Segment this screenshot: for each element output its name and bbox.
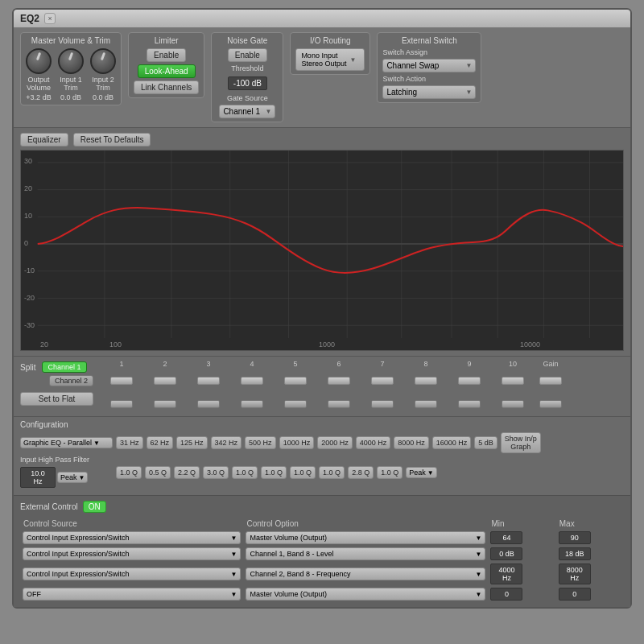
fader-1-ch1[interactable] — [110, 377, 133, 385]
q-10-button[interactable]: 1.0 Q — [377, 466, 402, 479]
input1-trim-knob[interactable] — [58, 48, 84, 74]
switch-assign-select[interactable]: Channel Swap ▼ — [382, 59, 476, 72]
fader-9-ch1[interactable] — [458, 377, 481, 385]
q-7-button[interactable]: 1.0 Q — [290, 466, 316, 479]
freq-8000hz-button[interactable]: 8000 Hz — [394, 436, 429, 449]
fader-8-ch1[interactable] — [415, 377, 437, 385]
output-volume-knob-container: OutputVolume +3.2 dB — [26, 48, 52, 101]
last-q-type-select[interactable]: Peak ▼ — [406, 467, 436, 478]
ext-switch-title: External Switch — [382, 36, 476, 45]
gate-source-select[interactable]: Channel 1 ▼ — [219, 105, 275, 118]
ctrl-option-value-1: Channel 1, Band 8 - Level — [250, 550, 333, 558]
input2-trim-knob[interactable] — [90, 48, 116, 74]
fader-10-ch2[interactable] — [502, 400, 524, 408]
fader-2-ch2[interactable] — [154, 400, 176, 408]
fader-6-ch2[interactable] — [328, 400, 350, 408]
freq-2000hz-button[interactable]: 2000 Hz — [317, 436, 353, 449]
freq-5db-button[interactable]: 5 dB — [474, 436, 497, 449]
reset-defaults-button[interactable]: Reset To Defaults — [73, 133, 151, 147]
ctrl-min-2[interactable]: 4000 Hz — [490, 564, 522, 584]
ctrl-source-select-1[interactable]: Control Input Expression/Switch ▼ — [23, 547, 241, 560]
ctrl-option-select-1[interactable]: Channel 1, Band 8 - Level ▼ — [246, 547, 485, 560]
fader-4-ch1[interactable] — [241, 377, 263, 385]
close-button[interactable]: × — [44, 13, 56, 24]
fader-gain-ch2[interactable] — [539, 400, 562, 408]
fader-10-ch1[interactable] — [502, 377, 524, 385]
equalizer-section: Equalizer Reset To Defaults 30 20 10 0 -… — [14, 128, 630, 356]
ctrl-min-1[interactable]: 0 dB — [490, 547, 522, 560]
ctrl-max-1[interactable]: 18 dB — [559, 547, 591, 560]
fader-5-ch1[interactable] — [284, 377, 307, 385]
ctrl-row-1: Control Input Expression/Switch ▼ Channe… — [20, 546, 624, 562]
limiter-enable-button[interactable]: Enable — [147, 48, 186, 62]
noise-gate-enable-button[interactable]: Enable — [228, 48, 267, 62]
equalizer-button[interactable]: Equalizer — [20, 133, 68, 147]
lookahead-button[interactable]: Look-Ahead — [138, 64, 196, 78]
ctrl-option-select-2[interactable]: Channel 2, Band 8 - Frequency ▼ — [246, 568, 485, 580]
q-1-button[interactable]: 1.0 Q — [116, 466, 142, 479]
io-routing-select[interactable]: Mono Input Stereo Output ▼ — [295, 48, 365, 71]
freq-342hz-button[interactable]: 342 Hz — [211, 436, 242, 449]
output-volume-knob[interactable] — [26, 48, 52, 74]
fader-2-ch1[interactable] — [154, 377, 176, 385]
input2-trim-value: 0.0 dB — [93, 93, 114, 101]
switch-action-select[interactable]: Latching ▼ — [382, 85, 476, 99]
fader-6-ch1[interactable] — [328, 377, 350, 385]
fader-4-ch2[interactable] — [241, 400, 263, 408]
ctrl-max-2[interactable]: 8000 Hz — [559, 564, 591, 584]
ctrl-option-arrow-icon-0: ▼ — [476, 535, 482, 542]
fader-col-label-3: 3 — [187, 360, 230, 368]
q-5-button[interactable]: 1.0 Q — [232, 466, 258, 479]
ctrl-row-2: Control Input Expression/Switch ▼ Channe… — [20, 562, 624, 586]
fader-gain-ch1[interactable] — [539, 377, 562, 385]
th-control-option: Control Option — [243, 518, 488, 530]
ctrl-source-select-3[interactable]: OFF ▼ — [23, 588, 241, 601]
q-4-button[interactable]: 3.0 Q — [203, 466, 229, 479]
ctrl-option-select-3[interactable]: Master Volume (Output) ▼ — [246, 588, 485, 601]
channel1-button[interactable]: Channel 1 — [42, 361, 86, 373]
fader-3-ch2[interactable] — [197, 400, 220, 408]
fader-8-ch2[interactable] — [415, 400, 437, 408]
fader-7-ch1[interactable] — [371, 377, 394, 385]
eq-graph: 30 20 10 0 -10 -20 -30 20 100 1000 10000 — [20, 150, 624, 351]
ctrl-source-select-0[interactable]: Control Input Expression/Switch ▼ — [23, 531, 241, 544]
q-3-button[interactable]: 2.2 Q — [174, 466, 200, 479]
freq-1000hz-button[interactable]: 1000 Hz — [279, 436, 315, 449]
fader-7-ch2[interactable] — [371, 400, 394, 408]
freq-62hz-button[interactable]: 62 Hz — [147, 436, 174, 449]
freq-500hz-button[interactable]: 500 Hz — [245, 436, 276, 449]
channel2-button[interactable]: Channel 2 — [49, 375, 93, 386]
io-routing-panel: I/O Routing Mono Input Stereo Output ▼ — [290, 32, 370, 75]
threshold-value: -100 dB — [228, 76, 267, 90]
q-9-button[interactable]: 2.8 Q — [348, 466, 374, 479]
ext-control-header: External Control ON — [20, 501, 624, 513]
freq-125hz-button[interactable]: 125 Hz — [176, 436, 208, 449]
ctrl-option-select-0[interactable]: Master Volume (Output) ▼ — [246, 531, 485, 544]
on-badge[interactable]: ON — [83, 501, 106, 513]
knob-section: OutputVolume +3.2 dB Input 1Trim 0.0 dB … — [26, 48, 116, 101]
ctrl-source-select-2[interactable]: Control Input Expression/Switch ▼ — [23, 568, 241, 580]
show-input-graph-button[interactable]: Show In/p Graph — [501, 432, 541, 453]
fader-col-label-9: 9 — [448, 360, 491, 368]
hpf-type-select[interactable]: Peak ▼ — [57, 472, 88, 483]
freq-4000hz-button[interactable]: 4000 Hz — [356, 436, 391, 449]
ctrl-max-3[interactable]: 0 — [559, 588, 591, 601]
graphic-eq-select[interactable]: Graphic EQ - Parallel ▼ — [20, 437, 113, 448]
fader-1-ch2[interactable] — [110, 400, 133, 408]
fader-9-ch2[interactable] — [458, 400, 481, 408]
input1-trim-label: Input 1Trim — [60, 76, 82, 92]
graphic-eq-arrow-icon: ▼ — [93, 440, 100, 447]
link-channels-button[interactable]: Link Channels — [134, 80, 199, 94]
fader-5-ch2[interactable] — [284, 400, 307, 408]
freq-16000hz-button[interactable]: 16000 Hz — [432, 436, 472, 449]
q-2-button[interactable]: 0.5 Q — [145, 466, 171, 479]
ctrl-min-0[interactable]: 64 — [490, 531, 522, 544]
q-6-button[interactable]: 1.0 Q — [261, 466, 287, 479]
ctrl-min-3[interactable]: 0 — [490, 588, 522, 601]
ctrl-row-0: Control Input Expression/Switch ▼ Master… — [20, 530, 624, 546]
fader-3-ch1[interactable] — [197, 377, 220, 385]
q-8-button[interactable]: 1.0 Q — [319, 466, 345, 479]
freq-31hz-button[interactable]: 31 Hz — [116, 436, 143, 449]
ctrl-max-0[interactable]: 90 — [559, 531, 591, 544]
set-to-flat-button[interactable]: Set to Flat — [20, 392, 93, 406]
